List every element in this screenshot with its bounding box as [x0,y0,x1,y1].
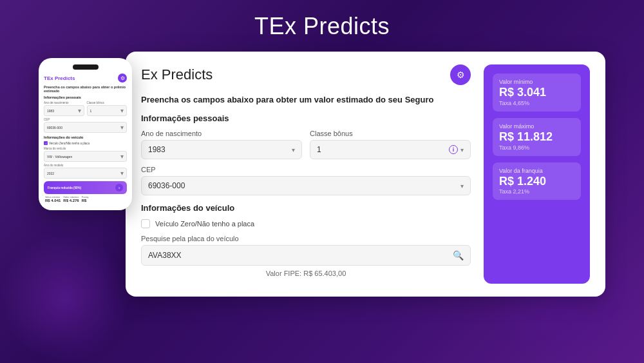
desktop-form: Ex Predicts ⚙ Preencha os campos abaixo … [141,64,471,284]
desktop-plate-search-field[interactable]: AVA38XX 🔍 [141,245,471,266]
result-max-label: Valor máximo [499,123,574,130]
mobile-model-year-label: Ano do modelo [44,164,127,167]
desktop-bonus-class-label: Classe bônus [310,130,471,137]
result-min-label: Valor mínimo [499,79,574,85]
mobile-birth-year-field: Ano de nascimento 1983 ▾ [44,101,84,116]
desktop-birth-chevron-icon: ▾ [292,146,295,153]
bonus-info-icon[interactable]: i [449,145,458,154]
desktop-vehicle-section: Informações do veículo Veículo Zero/Não … [141,203,471,277]
mobile-birth-year-input[interactable]: 1983 ▾ [44,105,84,116]
mobile-value-min-amount: R$ 4.041 [45,199,61,202]
mobile-app-title: TEx Predicts [44,75,75,81]
mobile-brand-chevron-icon: ▾ [120,153,124,160]
result-max-tax: Taxa 9,86% [499,144,574,151]
result-max-value: R$ 11.812 [499,131,574,144]
mobile-bonus-input[interactable]: 1 ▾ [87,105,128,116]
desktop-vehicle-section-label: Informações do veículo [141,203,471,213]
mobile-notch [73,64,99,70]
mobile-header: TEx Predicts ⚙ [44,74,127,83]
desktop-birth-year-field: Ano de nascimento 1983 ▾ [141,130,302,159]
mobile-footer: Franquia reduzida (50%) › [44,181,127,194]
mobile-brand-input[interactable]: VW - Volkswagen ▾ [44,151,127,162]
desktop-birth-year-label: Ano de nascimento [141,130,302,137]
main-container: TEx Predicts ⚙ Preencha os campos abaixo… [39,52,605,297]
result-franchise-label: Valor da franquia [499,168,574,174]
desktop-cep-label: CEP [141,166,471,173]
results-panel: Valor mínimo R$ 3.041 Taxa 4,65% Valor m… [484,64,590,284]
desktop-zero-vehicle-row: Veículo Zero/Não tenho a placa [141,219,471,228]
desktop-birth-bonus-row: Ano de nascimento 1983 ▾ Classe bônus 1 … [141,130,471,159]
mobile-bonus-label: Classe bônus [87,101,128,104]
mobile-cep-input[interactable]: 69036-000 ▾ [44,122,127,133]
mobile-settings-button[interactable]: ⚙ [118,74,127,83]
mobile-zero-vehicle-checkbox[interactable]: ✓ [44,141,48,145]
desktop-personal-section: Informações pessoais [141,113,471,123]
page-title: TEx Predicts [254,13,390,40]
mobile-mockup: TEx Predicts ⚙ Preencha os campos abaixo… [39,58,132,210]
mobile-franchise-value: Franq. R$ [82,195,90,202]
result-min-value: R$ 3.041 [499,86,574,99]
mobile-zero-vehicle-label: Veículo Zero/Não tenho a placa [49,142,90,145]
desktop-panel: Ex Predicts ⚙ Preencha os campos abaixo … [126,52,605,297]
mobile-next-button[interactable]: › [115,184,123,191]
mobile-value-min: Valor mínimo R$ 4.041 [45,195,61,202]
result-franchise-item: Valor da franquia R$ 1.240 Taxa 2,21% [493,162,581,201]
desktop-plate-input: AVA38XX [148,251,448,260]
mobile-values-row: Valor mínimo R$ 4.041 Valor máximo R$ 4.… [44,195,127,205]
mobile-cep-chevron-icon: ▾ [120,124,124,131]
desktop-app-title: Ex Predicts [141,66,213,83]
desktop-cep-select[interactable]: 69036-000 ▾ [141,176,471,195]
mobile-value-max-amount: R$ 4.276 [63,199,79,202]
result-min-tax: Taxa 4,65% [499,100,574,106]
mobile-bonus-class-field: Classe bônus 1 ▾ [87,101,128,116]
mobile-model-year-input[interactable]: 2022 ▾ [44,168,127,179]
mobile-franchise-value-amount: R$ [82,199,90,202]
mobile-value-max: Valor máximo R$ 4.276 [63,195,79,202]
result-franchise-value: R$ 1.240 [499,175,574,188]
result-max-item: Valor máximo R$ 11.812 Taxa 9,86% [493,118,581,156]
desktop-settings-button[interactable]: ⚙ [450,64,471,85]
desktop-plate-search-label: Pesquise pela placa do veículo [141,235,471,242]
mobile-subtitle: Preencha os campos abaixo para obter o p… [44,85,127,93]
desktop-cep-field: CEP 69036-000 ▾ [141,166,471,195]
mobile-settings-icon: ⚙ [120,75,125,81]
mobile-franchise-label: Franquia reduzida (50%) [48,186,81,190]
mobile-arrow-icon: › [118,185,120,191]
mobile-model-year-chevron-icon: ▾ [120,170,124,177]
mobile-birth-chevron-icon: ▾ [78,107,81,114]
mobile-brand-label: Marca do veículo [44,147,127,150]
desktop-zero-vehicle-label: Veículo Zero/Não tenho a placa [155,220,254,228]
result-franchise-tax: Taxa 2,21% [499,188,574,195]
desktop-zero-vehicle-checkbox[interactable] [141,219,150,228]
desktop-bonus-chevron-icon: ▾ [460,146,464,153]
desktop-cep-chevron-icon: ▾ [460,182,464,190]
mobile-personal-section: Informações pessoais [44,95,127,99]
mobile-bonus-chevron-icon: ▾ [120,107,124,114]
mobile-zero-vehicle-row: ✓ Veículo Zero/Não tenho a placa [44,141,127,145]
mobile-cep-label: CEP [44,118,127,121]
desktop-header: Ex Predicts ⚙ [141,64,471,85]
mobile-birth-year-label: Ano de nascimento [44,101,84,104]
desktop-bonus-class-select[interactable]: 1 i ▾ [310,140,471,159]
mobile-vehicle-section: Informações do veículo [44,135,127,139]
mobile-birth-bonus-row: Ano de nascimento 1983 ▾ Classe bônus 1 … [44,101,127,116]
desktop-search-icon[interactable]: 🔍 [453,250,464,260]
desktop-fipe-value: Valor FIPE: R$ 65.403,00 [141,270,471,277]
desktop-settings-icon: ⚙ [457,70,465,80]
desktop-birth-year-select[interactable]: 1983 ▾ [141,140,302,159]
desktop-form-subtitle: Preencha os campos abaixo para obter um … [141,94,471,106]
result-min-item: Valor mínimo R$ 3.041 Taxa 4,65% [493,74,581,112]
desktop-bonus-class-field: Classe bônus 1 i ▾ [310,130,471,159]
